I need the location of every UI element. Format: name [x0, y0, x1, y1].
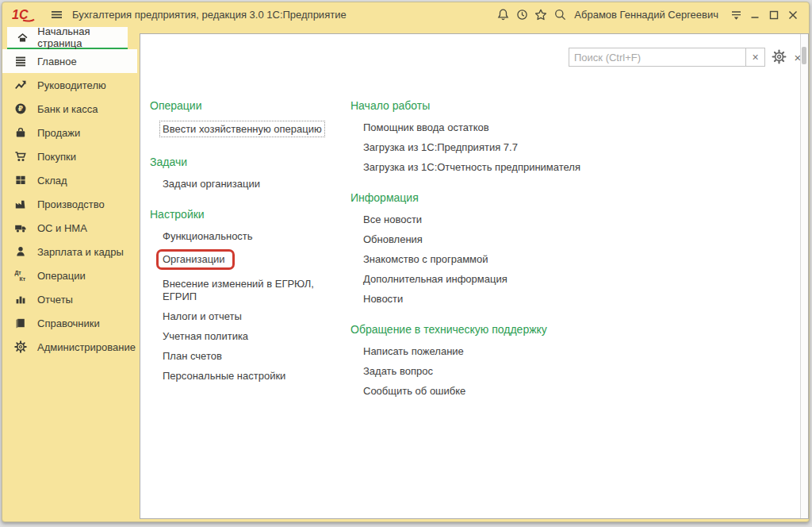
bag-icon [13, 126, 27, 140]
section-title[interactable]: Настройки [150, 208, 348, 221]
command-link[interactable]: Дополнительная информация [363, 273, 508, 285]
command-row: Написать пожелание [363, 344, 620, 357]
command-link[interactable]: Обновления [363, 233, 423, 245]
sidebar: Начальная страница ГлавноеРуководителю₽Б… [2, 27, 137, 520]
command-row: Организации [163, 249, 348, 270]
left-column: ОперацииВвести хозяйственную операциюЗад… [150, 99, 348, 400]
sidebar-item-label: Руководителю [37, 79, 106, 91]
sidebar-item-label: ОС и НМА [37, 222, 87, 234]
person-icon [13, 245, 27, 259]
command-link[interactable]: Новости [363, 293, 403, 305]
scrollbar-thumb[interactable] [802, 47, 806, 64]
sidebar-item-11[interactable]: Справочники [2, 311, 137, 335]
sidebar-item-10[interactable]: Отчеты [2, 287, 137, 311]
command-link[interactable]: Учетная политика [163, 330, 248, 342]
svg-text:Кт: Кт [19, 276, 25, 282]
vertical-scrollbar[interactable] [800, 34, 808, 518]
book-icon [13, 317, 27, 330]
section-title[interactable]: Информация [350, 191, 620, 204]
section-title[interactable]: Задачи [150, 156, 348, 168]
sidebar-item-3[interactable]: Продажи [2, 121, 137, 144]
sidebar-item-label: Зарплата и кадры [37, 246, 124, 258]
command-section: ЗадачиЗадачи организации [150, 156, 348, 190]
truck-icon [13, 221, 27, 235]
favorites-star-icon[interactable] [531, 6, 550, 25]
command-link[interactable]: Помощник ввода остатков [363, 121, 489, 133]
command-row: Дополнительная информация [363, 272, 620, 285]
command-link[interactable]: Написать пожелание [363, 345, 464, 357]
maximize-button[interactable] [764, 6, 783, 25]
sidebar-item-8[interactable]: Зарплата и кадры [2, 240, 137, 264]
command-row: Персональные настройки [163, 369, 348, 382]
command-link-annotated[interactable]: Организации [156, 249, 235, 270]
command-link[interactable]: Персональные настройки [163, 370, 285, 382]
chart-icon [13, 293, 27, 306]
sidebar-item-label: Продажи [37, 127, 80, 139]
command-row: Функциональность [163, 229, 348, 242]
command-link[interactable]: Налоги и отчеты [163, 310, 242, 322]
command-row: Задачи организации [163, 177, 348, 190]
command-link[interactable]: Сообщить об ошибке [363, 385, 465, 397]
main-area: × × [137, 27, 809, 520]
service-menu-icon[interactable] [726, 6, 745, 25]
section-title[interactable]: Операции [150, 99, 348, 112]
command-link[interactable]: Загрузка из 1С:Предприятия 7.7 [363, 141, 518, 153]
command-row: Учетная политика [163, 329, 348, 342]
sidebar-item-label: Отчеты [37, 294, 73, 306]
command-row: Сообщить об ошибке [363, 384, 620, 397]
screen: 1С Бухгалтерия предприятия, редакция 3.0… [0, 0, 812, 527]
command-link[interactable]: Задать вопрос [363, 365, 433, 377]
command-section: Обращение в техническую поддержкуНаписат… [350, 323, 620, 397]
main-menu-hamburger-icon[interactable] [47, 6, 66, 25]
sidebar-item-4[interactable]: Покупки [2, 144, 137, 168]
command-link[interactable]: Внесение изменений в ЕГРЮЛ, ЕГРИП [163, 278, 314, 302]
command-link[interactable]: План счетов [163, 350, 222, 362]
sidebar-item-6[interactable]: Производство [2, 192, 137, 216]
search-input[interactable] [569, 48, 745, 66]
command-link[interactable]: Функциональность [163, 230, 253, 242]
current-user-button[interactable]: Абрамов Геннадий Сергеевич [574, 9, 718, 21]
search-clear-icon[interactable]: × [745, 48, 764, 66]
sidebar-item-label: Администрирование [37, 341, 136, 353]
minimize-button[interactable] [745, 6, 764, 25]
sidebar-item-label: Операции [37, 270, 86, 282]
command-link[interactable]: Загрузка из 1С:Отчетность предпринимател… [363, 161, 580, 173]
command-link[interactable]: Все новости [363, 213, 422, 225]
logo-text: 1С [12, 8, 29, 21]
content-panel: × × [140, 33, 809, 519]
command-row: Новости [363, 292, 620, 305]
titlebar: 1С Бухгалтерия предприятия, редакция 3.0… [2, 2, 809, 27]
1c-logo-icon[interactable]: 1С [12, 7, 39, 23]
notifications-bell-icon[interactable] [493, 6, 512, 25]
right-column: Начало работыПомощник ввода остатковЗагр… [350, 99, 620, 415]
sidebar-item-1[interactable]: Руководителю [2, 73, 137, 97]
sidebar-item-7[interactable]: ОС и НМА [2, 216, 137, 240]
section-title[interactable]: Обращение в техническую поддержку [350, 323, 620, 336]
search-box: × [569, 48, 765, 67]
global-search-icon[interactable] [550, 6, 569, 25]
settings-gear-icon[interactable] [772, 49, 787, 65]
command-row: План счетов [163, 349, 348, 362]
command-link[interactable]: Знакомство с программой [363, 253, 488, 265]
sidebar-item-label: Покупки [37, 151, 76, 163]
app-window: 1С Бухгалтерия предприятия, редакция 3.0… [2, 2, 810, 522]
grid-icon [13, 174, 27, 187]
sidebar-item-9[interactable]: ДтКтОперации [2, 264, 137, 287]
sidebar-item-label: Банк и касса [37, 103, 98, 115]
command-link[interactable]: Ввести хозяйственную операцию [159, 121, 325, 137]
history-icon[interactable] [512, 6, 531, 25]
trend-icon [13, 79, 27, 92]
sidebar-item-5[interactable]: Склад [2, 168, 137, 192]
sidebar-item-0[interactable]: Главное [2, 49, 137, 73]
sidebar-item-label: Главное [37, 56, 77, 67]
close-window-button[interactable] [783, 6, 802, 25]
sidebar-item-12[interactable]: Администрирование [2, 335, 137, 359]
command-row: Ввести хозяйственную операцию [163, 121, 348, 137]
section-title[interactable]: Начало работы [350, 99, 620, 112]
home-page-tab[interactable]: Начальная страница [7, 27, 128, 49]
sidebar-item-label: Производство [37, 198, 105, 210]
command-link[interactable]: Задачи организации [163, 178, 260, 190]
command-row: Задать вопрос [363, 364, 620, 377]
sidebar-item-2[interactable]: ₽Банк и касса [2, 97, 137, 121]
command-row: Налоги и отчеты [163, 310, 348, 322]
